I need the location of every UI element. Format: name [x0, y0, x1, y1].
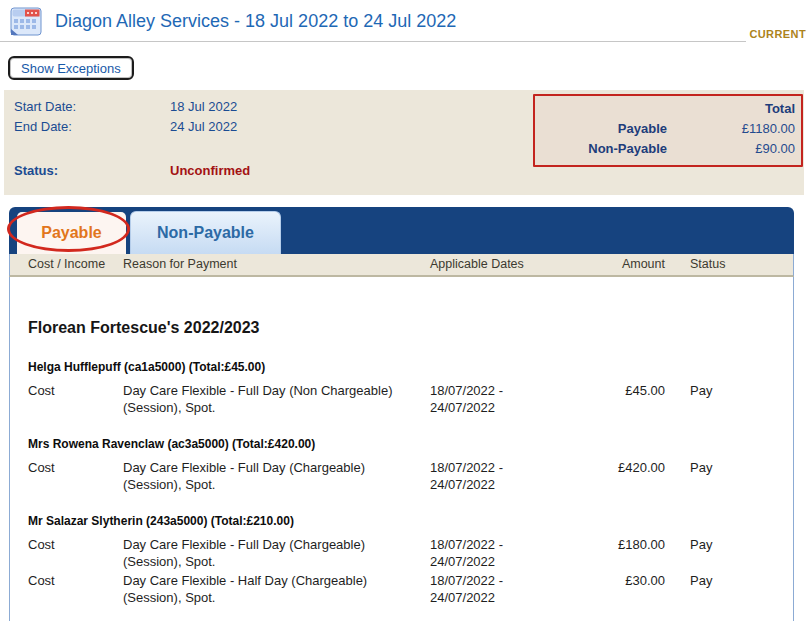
summary-panel: Start Date:18 Jul 2022 End Date:24 Jul 2…	[4, 90, 804, 195]
cell-amount: £420.00	[565, 459, 665, 493]
totals-payable-row: Payable £1180.00	[533, 119, 795, 139]
totals-header-row: Total	[533, 99, 795, 119]
table-row: Cost Day Care Flexible - Half Day (Charg…	[28, 572, 793, 606]
cell-status: Pay	[665, 536, 755, 570]
status-row: Status:Unconfirmed	[14, 161, 250, 181]
payable-total-amount: £1180.00	[667, 119, 795, 139]
cell-amount: £30.00	[565, 572, 665, 606]
nonpayable-total-amount: £90.00	[667, 139, 795, 159]
cell-dates: 18/07/2022 - 24/07/2022	[430, 572, 560, 606]
start-date-row: Start Date:18 Jul 2022	[14, 97, 250, 117]
summary-dates: Start Date:18 Jul 2022 End Date:24 Jul 2…	[14, 97, 250, 181]
header-divider	[0, 41, 746, 42]
calendar-icon	[8, 5, 44, 39]
cell-dates: 18/07/2022 - 24/07/2022	[430, 536, 560, 570]
cell-dates: 18/07/2022 - 24/07/2022	[430, 459, 560, 493]
end-date-row: End Date:24 Jul 2022	[14, 117, 250, 137]
page-title: Diagon Alley Services - 18 Jul 2022 to 2…	[55, 11, 456, 32]
table-row: Cost Day Care Flexible - Full Day (Non C…	[28, 382, 793, 416]
cell-cost-income: Cost	[28, 459, 123, 493]
cell-cost-income: Cost	[28, 572, 123, 606]
col-status: Status	[665, 257, 755, 271]
nonpayable-total-label: Non-Payable	[533, 139, 667, 159]
group-name: Helga Hufflepuff (ca1a5000) (Total:£45.0…	[28, 360, 793, 374]
tab-payable-label: Payable	[41, 224, 101, 242]
status-label: Status:	[14, 161, 170, 181]
cell-cost-income: Cost	[28, 536, 123, 570]
cell-reason: Day Care Flexible - Full Day (Non Charge…	[123, 382, 395, 416]
payable-total-label: Payable	[533, 119, 667, 139]
table-column-header: Cost / Income Reason for Payment Applica…	[9, 254, 794, 277]
tab-non-payable-label: Non-Payable	[157, 224, 254, 242]
start-date-label: Start Date:	[14, 97, 170, 117]
cell-reason: Day Care Flexible - Full Day (Chargeable…	[123, 459, 395, 493]
cell-dates: 18/07/2022 - 24/07/2022	[430, 382, 560, 416]
tab-non-payable[interactable]: Non-Payable	[130, 211, 281, 254]
end-date-label: End Date:	[14, 117, 170, 137]
tab-bar: Payable Non-Payable	[9, 207, 794, 254]
cell-amount: £180.00	[565, 536, 665, 570]
col-reason: Reason for Payment	[123, 257, 430, 271]
table-body: Florean Fortescue's 2022/2023 Helga Huff…	[9, 277, 794, 621]
cell-status: Pay	[665, 572, 755, 606]
tab-payable[interactable]: Payable	[17, 212, 126, 254]
page: Diagon Alley Services - 18 Jul 2022 to 2…	[0, 0, 809, 621]
end-date-value: 24 Jul 2022	[170, 117, 237, 137]
totals-header: Total	[667, 99, 795, 119]
cell-reason: Day Care Flexible - Full Day (Chargeable…	[123, 536, 395, 570]
cell-status: Pay	[665, 459, 755, 493]
start-date-value: 18 Jul 2022	[170, 97, 237, 117]
table-row: Cost Day Care Flexible - Full Day (Charg…	[28, 536, 793, 570]
show-exceptions-button[interactable]: Show Exceptions	[8, 56, 134, 80]
section-title: Florean Fortescue's 2022/2023	[28, 319, 793, 337]
cell-cost-income: Cost	[28, 382, 123, 416]
table-row: Cost Day Care Flexible - Full Day (Charg…	[28, 459, 793, 493]
status-value: Unconfirmed	[170, 161, 250, 181]
col-cost-income: Cost / Income	[28, 257, 123, 271]
cell-reason: Day Care Flexible - Half Day (Chargeable…	[123, 572, 395, 606]
cell-amount: £45.00	[565, 382, 665, 416]
cell-status: Pay	[665, 382, 755, 416]
group-name: Mrs Rowena Ravenclaw (ac3a5000) (Total:£…	[28, 437, 793, 451]
totals-block: Total Payable £1180.00 Non-Payable £90.0…	[533, 94, 803, 167]
totals-nonpayable-row: Non-Payable £90.00	[533, 139, 795, 159]
status-badge: CURRENT	[749, 28, 806, 40]
col-amount: Amount	[565, 257, 665, 271]
col-applicable-dates: Applicable Dates	[430, 257, 565, 271]
tab-panel: Payable Non-Payable Cost / Income Reason…	[9, 207, 794, 621]
group-name: Mr Salazar Slytherin (243a5000) (Total:£…	[28, 514, 793, 528]
